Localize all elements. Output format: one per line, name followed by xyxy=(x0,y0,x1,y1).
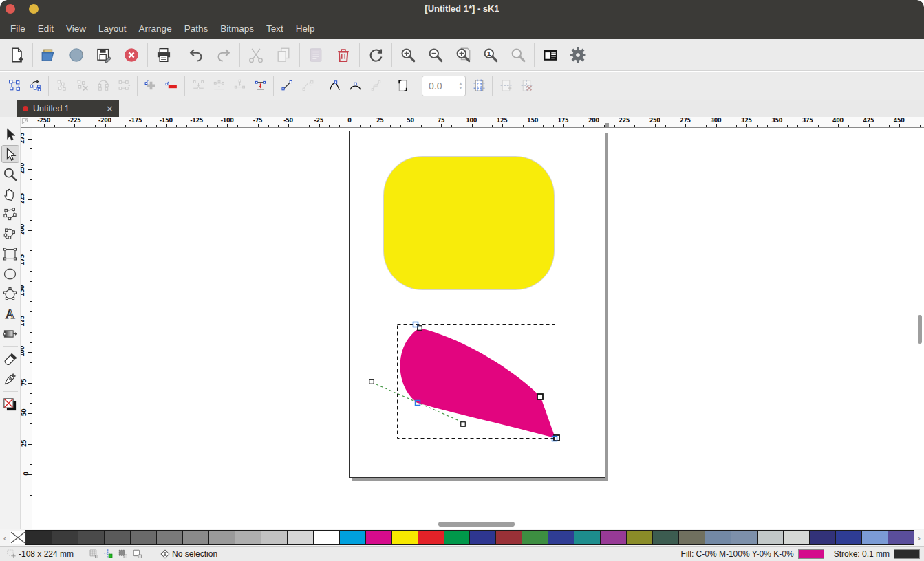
delete-nodes-button[interactable] xyxy=(72,76,93,96)
menu-file[interactable]: File xyxy=(4,21,32,36)
color-swatch[interactable] xyxy=(626,530,653,545)
open-recent-button[interactable] xyxy=(63,43,90,67)
magenta-curve[interactable] xyxy=(400,328,556,438)
redo-button[interactable] xyxy=(210,43,237,67)
color-swatch[interactable] xyxy=(287,530,314,545)
zoom-in-button[interactable] xyxy=(394,43,422,67)
snap-guides-toggle[interactable] xyxy=(117,548,129,560)
path-node-handle[interactable] xyxy=(369,380,374,384)
gradient-tool-button[interactable] xyxy=(1,324,19,342)
tab-close-icon[interactable]: ✕ xyxy=(106,104,114,113)
horizontal-scrollbar-thumb[interactable] xyxy=(438,522,515,527)
document-tab[interactable]: Untitled 1 ✕ xyxy=(17,100,119,117)
color-swatch[interactable] xyxy=(861,530,888,545)
convert-to-line-button[interactable] xyxy=(277,76,297,96)
split-nodes-button[interactable] xyxy=(114,76,134,96)
color-swatch[interactable] xyxy=(731,530,758,545)
shape-editor-tool-button[interactable] xyxy=(1,145,19,163)
polygon-tool-button[interactable] xyxy=(1,285,19,302)
zoom-out-button[interactable] xyxy=(422,43,449,67)
bezier-tool-button[interactable] xyxy=(1,205,19,223)
color-swatch[interactable] xyxy=(261,530,288,545)
save-as-button[interactable] xyxy=(90,43,118,67)
zoom-page-button[interactable] xyxy=(449,43,477,67)
guides-add-button[interactable] xyxy=(495,76,516,96)
grid-toggle[interactable] xyxy=(88,548,100,560)
color-swatch[interactable] xyxy=(418,530,444,545)
smooth-node-button[interactable] xyxy=(345,76,365,96)
no-fill-swatch-button[interactable] xyxy=(1,395,19,413)
ellipse-tool-button[interactable] xyxy=(1,265,19,283)
canvas[interactable] xyxy=(32,128,924,529)
color-swatch[interactable] xyxy=(104,530,131,545)
menu-arrange[interactable]: Arrange xyxy=(133,21,178,36)
menu-paths[interactable]: Paths xyxy=(178,21,215,36)
undo-button[interactable] xyxy=(182,43,210,67)
spinbox-arrows-icon[interactable]: ▲▼ xyxy=(456,81,465,91)
menu-edit[interactable]: Edit xyxy=(32,21,60,36)
color-swatch[interactable] xyxy=(888,530,914,545)
close-document-button[interactable] xyxy=(118,43,145,67)
angle-spinbox[interactable]: 0.0▲▼ xyxy=(422,76,466,96)
break-nodes-button[interactable] xyxy=(208,76,229,96)
print-button[interactable] xyxy=(150,43,178,67)
menu-view[interactable]: View xyxy=(60,21,92,36)
color-swatch[interactable] xyxy=(757,530,784,545)
guides-delete-button[interactable] xyxy=(516,76,537,96)
color-swatch[interactable] xyxy=(548,530,574,545)
color-swatch[interactable] xyxy=(444,530,471,545)
no-color-swatch[interactable] xyxy=(10,531,26,544)
reverse-path-button[interactable] xyxy=(25,76,45,96)
color-swatch[interactable] xyxy=(600,530,627,545)
page-guides-button[interactable] xyxy=(469,76,489,96)
new-document-button[interactable] xyxy=(3,43,30,67)
connect-nodes-button[interactable] xyxy=(229,76,250,96)
snap-objects-toggle[interactable] xyxy=(131,548,143,560)
stroke-color-swatch[interactable] xyxy=(894,549,920,559)
text-tool-button[interactable]: A xyxy=(1,305,19,322)
add-node-button[interactable] xyxy=(140,76,161,96)
merge-nodes-button[interactable] xyxy=(93,76,114,96)
join-nodes-button[interactable] xyxy=(188,76,208,96)
page-frame-button[interactable] xyxy=(392,76,413,96)
color-swatch[interactable] xyxy=(365,530,392,545)
color-swatch[interactable] xyxy=(391,530,418,545)
color-swatch[interactable] xyxy=(25,530,52,545)
color-swatch[interactable] xyxy=(208,530,235,545)
color-swatch[interactable] xyxy=(522,530,548,545)
stroke-tool-button[interactable] xyxy=(1,370,19,388)
zoom-100-button[interactable]: 1 xyxy=(477,43,504,67)
pan-tool-button[interactable] xyxy=(1,185,19,203)
selector-tool-button[interactable] xyxy=(1,125,19,143)
path-node-handle[interactable] xyxy=(537,394,543,399)
color-swatch[interactable] xyxy=(783,530,810,545)
paste-button[interactable] xyxy=(302,43,330,67)
color-swatch[interactable] xyxy=(495,530,522,545)
path-node-handle[interactable] xyxy=(461,422,466,427)
preferences-button[interactable] xyxy=(564,43,592,67)
curve-tool-button[interactable] xyxy=(1,225,19,243)
symmetrical-node-button[interactable] xyxy=(365,76,386,96)
color-swatch[interactable] xyxy=(313,530,340,545)
delete-node-button[interactable] xyxy=(161,76,182,96)
open-document-button[interactable] xyxy=(35,43,63,67)
color-swatch[interactable] xyxy=(705,530,731,545)
extract-subpath-button[interactable] xyxy=(52,76,72,96)
properties-button[interactable] xyxy=(537,43,564,67)
fill-color-swatch[interactable] xyxy=(798,549,824,559)
vertical-scrollbar-thumb[interactable] xyxy=(918,315,922,344)
color-swatch[interactable] xyxy=(156,530,183,545)
color-swatch[interactable] xyxy=(78,530,105,545)
palette-scroll-left-button[interactable]: ‹ xyxy=(0,530,10,545)
color-swatch[interactable] xyxy=(678,530,705,545)
snap-grid-toggle[interactable] xyxy=(103,548,114,560)
zoom-tool-button[interactable] xyxy=(1,165,19,183)
menu-help[interactable]: Help xyxy=(290,21,321,36)
refresh-button[interactable] xyxy=(362,43,389,67)
color-swatch[interactable] xyxy=(835,530,862,545)
color-swatch[interactable] xyxy=(130,530,157,545)
apply-transform-button[interactable] xyxy=(250,76,270,96)
color-swatch[interactable] xyxy=(182,530,209,545)
copy-button[interactable] xyxy=(270,43,297,67)
cut-button[interactable] xyxy=(242,43,270,67)
